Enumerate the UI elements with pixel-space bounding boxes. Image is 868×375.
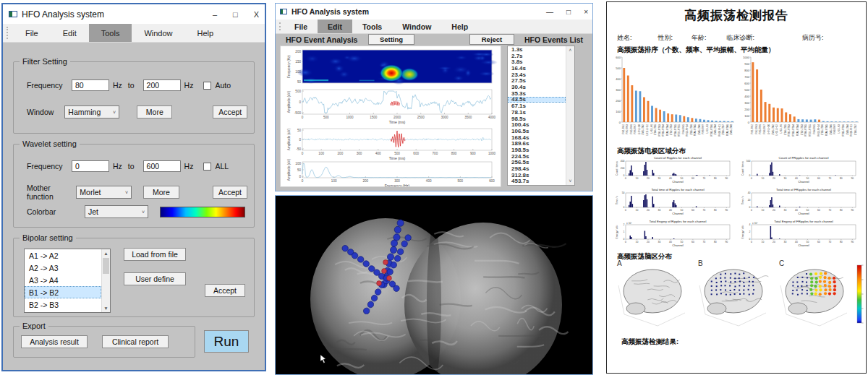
bipolar-list-scrollbar[interactable]: ▲ ▼ [101, 249, 110, 312]
auto-checkbox[interactable] [203, 82, 211, 90]
app-icon [280, 9, 287, 14]
minimize-button[interactable]: — [546, 8, 553, 16]
ranking-chart-svg: 01002003004005006007008009001000RH1-RH2R… [739, 54, 861, 145]
filter-freq-low-input[interactable]: 80 [72, 79, 109, 91]
event-list-item[interactable]: 30.4s [508, 84, 566, 90]
event-list-item[interactable]: 224.5s [508, 153, 566, 160]
svg-text:LTA3-LTA4: LTA3-LTA4 [846, 124, 849, 135]
event-list-item[interactable]: 189.6s [508, 140, 566, 147]
filter-freq-high-input[interactable]: 200 [143, 79, 181, 91]
wavelet-more-button[interactable]: More [143, 186, 179, 199]
wavelet-freq-low-input[interactable]: 0 [72, 160, 109, 172]
close-button[interactable]: X [254, 10, 259, 19]
svg-text:Frequency (Hz): Frequency (Hz) [385, 184, 410, 187]
event-list-item[interactable]: 453.7s [508, 178, 566, 184]
run-button[interactable]: Run [204, 330, 249, 353]
scroll-down-icon[interactable]: ▼ [102, 304, 110, 312]
event-list-item[interactable]: 1.3s [508, 46, 566, 53]
event-list-item[interactable]: 67.1s [508, 103, 566, 109]
svg-text:300: 300 [357, 152, 362, 155]
menu-item-edit[interactable]: Edit [318, 20, 352, 33]
user-define-button[interactable]: User define [124, 272, 186, 285]
events-list-scrollbar[interactable]: ˄ ˅ [566, 46, 574, 185]
menu-item-tools[interactable]: Tools [89, 24, 132, 42]
event-list-item[interactable]: 78.1s [508, 109, 566, 116]
event-list-item[interactable]: 27.5s [508, 77, 566, 84]
svg-text:LTB2-LTB3: LTB2-LTB3 [670, 124, 673, 136]
event-list-item[interactable]: 100.4s [508, 121, 566, 128]
svg-text:50: 50 [681, 177, 684, 180]
wavelet-accept-button[interactable]: Accept [213, 186, 247, 199]
load-from-file-button[interactable]: Load from file [124, 248, 186, 261]
mini-chart-svg: Total Engery of FRipples for each channe… [737, 219, 863, 251]
scroll-up-icon[interactable]: ˄ [566, 46, 574, 54]
scrollbar-thumb[interactable] [103, 258, 109, 274]
event-list-item[interactable]: 43.5s [508, 97, 566, 103]
bipolar-setting-group: Bipolar setting A1 -> A2A2 -> A3A3 -> A4… [13, 238, 255, 317]
svg-text:90: 90 [725, 177, 728, 180]
clinical-report-page: 高频振荡检测报告 姓名:性别:年龄:临床诊断:病历号: 高频振荡排序（个数、频率… [606, 1, 867, 374]
bipolar-list-item[interactable]: A3 -> A4 [25, 274, 101, 286]
svg-text:RTD2-RTD5: RTD2-RTD5 [809, 124, 812, 137]
event-list-item[interactable]: 168.4s [508, 134, 566, 141]
maximize-button[interactable]: □ [566, 8, 571, 16]
bipolar-accept-button[interactable]: Accept [205, 284, 245, 297]
wavelet-freq-high-input[interactable]: 600 [143, 160, 181, 172]
channel-mini-chart: Count of Ripples for each channel0200400… [611, 155, 737, 187]
menu-item-tools[interactable]: Tools [352, 20, 392, 33]
svg-text:LTA1-LTA2: LTA1-LTA2 [642, 124, 644, 135]
reject-button[interactable]: Reject [469, 34, 514, 45]
svg-text:200: 200 [362, 179, 368, 183]
mother-function-select[interactable]: Morlet ˅ [76, 186, 132, 199]
bipolar-list-item[interactable]: A2 -> A3 [25, 262, 101, 274]
svg-text:20: 20 [773, 177, 775, 180]
setting-button[interactable]: Setting [368, 34, 414, 45]
event-list-item[interactable]: 16.4s [508, 65, 566, 72]
event-list-item[interactable]: 23.4s [508, 72, 566, 78]
menu-item-edit[interactable]: Edit [51, 24, 89, 42]
svg-text:200: 200 [295, 50, 301, 53]
filter-accept-button[interactable]: Accept [213, 105, 247, 118]
svg-text:0: 0 [299, 175, 301, 178]
svg-text:RH2-RH3: RH2-RH3 [755, 124, 758, 134]
window-select[interactable]: Hamming ˅ [64, 105, 119, 118]
events-list-label: HFO Events List [524, 35, 583, 44]
event-list-item[interactable]: 106.5s [508, 128, 566, 134]
svg-text:50: 50 [297, 129, 302, 132]
svg-text:90: 90 [851, 177, 854, 180]
event-list-item[interactable]: 298.4s [508, 165, 566, 172]
clinical-report-button[interactable]: Clinical report [102, 335, 169, 348]
menu-item-help[interactable]: Help [441, 20, 478, 33]
filter-more-button[interactable]: More [137, 105, 172, 118]
brain-3d-viewport[interactable] [275, 195, 593, 375]
svg-text:LH5-LH6: LH5-LH6 [650, 124, 653, 134]
bipolar-list-item[interactable]: B1 -> B2 [25, 286, 101, 298]
minimize-button[interactable]: – [213, 10, 217, 19]
menu-item-file[interactable]: File [284, 20, 318, 33]
maximize-button[interactable]: □ [233, 10, 238, 19]
svg-text:LH11-LH12: LH11-LH12 [646, 124, 649, 136]
scroll-down-icon[interactable]: ˅ [566, 177, 574, 185]
all-checkbox[interactable] [203, 163, 211, 171]
svg-text:40: 40 [795, 241, 798, 243]
svg-text:RH13-RH14: RH13-RH14 [817, 124, 820, 137]
menu-item-file[interactable]: File [13, 24, 51, 42]
colorbar-select[interactable]: Jet ˅ [85, 205, 148, 218]
event-list-item[interactable]: 2.7s [508, 53, 566, 59]
scroll-up-icon[interactable]: ▲ [102, 249, 110, 257]
analysis-result-button[interactable]: Analysis result [21, 335, 88, 348]
bipolar-list-item[interactable]: A1 -> A2 [25, 249, 101, 262]
event-list-item[interactable]: 312.8s [508, 172, 566, 178]
svg-text:50: 50 [297, 80, 302, 84]
svg-text:RTB2-RTB3: RTB2-RTB3 [658, 124, 661, 137]
event-list-item[interactable]: 98.5s [508, 116, 566, 122]
menu-item-window[interactable]: Window [392, 20, 441, 33]
event-list-item[interactable]: 198.5s [508, 147, 566, 153]
menu-item-window[interactable]: Window [132, 24, 184, 42]
event-list-item[interactable]: 3.8s [508, 59, 566, 65]
section-header-result: 高频振荡检测结果: [621, 337, 678, 347]
close-button[interactable]: × [584, 8, 588, 16]
event-list-item[interactable]: 256.5s [508, 159, 566, 165]
bipolar-list-item[interactable]: B2 -> B3 [25, 298, 101, 311]
menu-item-help[interactable]: Help [185, 24, 226, 42]
